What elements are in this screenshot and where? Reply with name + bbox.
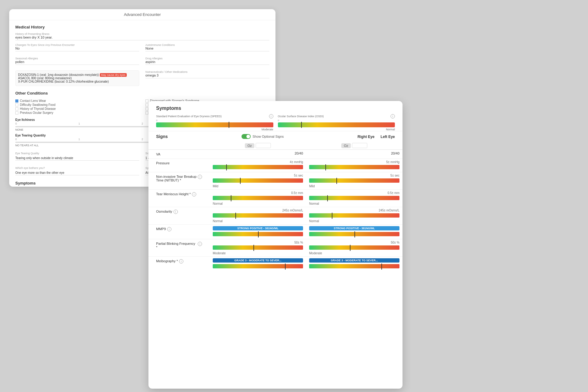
signs-name-header — [148, 142, 210, 150]
medications-label: Nutraceuticals / Other Medications — [145, 70, 269, 73]
tmh-left-value: 0.5± mm — [309, 191, 399, 195]
speed-scale: 0 — [156, 119, 273, 122]
checkbox-dry-mouth — [145, 103, 148, 106]
toggle-label: Show Optional Signs — [253, 135, 284, 138]
signs-title: Signs — [156, 134, 168, 139]
nitbut-right-value: 5± sec — [213, 174, 303, 177]
nitbut-sign-name: Non-invasive Tear Breakup Time (NITBUT) … — [148, 172, 210, 189]
toggle-switch[interactable] — [242, 134, 251, 139]
nitbut-left-status: Mild — [309, 185, 399, 188]
nitbut-left-bar — [309, 178, 399, 183]
pbf-left-bar — [309, 245, 399, 250]
tmh-sign-name: Tear Meniscus Height * i — [148, 189, 210, 207]
symptoms-signs-panel: Symptoms Standard Patient Evaluation of … — [148, 101, 403, 389]
va-left-eye: 20/40 — [306, 150, 403, 159]
osmolarity-left-status: Normal — [309, 219, 399, 223]
tmh-right-eye: 0.5± mm Normal — [210, 189, 306, 207]
os-input[interactable] — [352, 143, 367, 148]
checkbox-ocular-surgery — [15, 111, 18, 114]
osmolarity-right-bar — [213, 213, 303, 218]
signs-header: Signs Show Optional Signs Right Eye Left… — [148, 131, 403, 142]
mmp9-left-badge: STRONG POSITIVE - 381NG/ML — [309, 226, 399, 230]
left-eye-col-label: Left Eye — [380, 135, 395, 139]
osdi-bar — [278, 122, 395, 127]
tmh-info-icon[interactable]: i — [192, 192, 196, 196]
checkbox-sjogrens — [145, 99, 148, 103]
tmh-right-status: Normal — [213, 202, 303, 205]
osdi-marker — [301, 122, 302, 128]
med2-text: ASACOL 800 (oral: 800mg mesalazine) — [18, 77, 72, 80]
toggle-knob — [246, 135, 250, 138]
speed-marker — [229, 122, 229, 128]
meibography-info-icon[interactable]: i — [179, 259, 183, 263]
med1-warning: May cause dry eyes — [100, 73, 127, 77]
tmh-left-eye: 0.5± mm Normal — [306, 189, 403, 207]
medications-box: DOXAZOSIN-1 (oral: 1mg doxazosin (doxazo… — [15, 70, 139, 86]
nitbut-info-icon[interactable]: i — [198, 175, 202, 179]
pressure-left-bar — [309, 165, 399, 170]
medical-history-heading: Medical History — [15, 25, 269, 29]
pressure-right-value: 4± mmHg — [213, 160, 303, 164]
osdi-status: Normal — [278, 128, 395, 131]
nitbut-left-value: 5± sec — [309, 174, 399, 177]
mmp9-right-badge: STRONG POSITIVE - 381NG/ML — [213, 226, 303, 230]
condition-ocular-surgery: Previous Ocular Surgery — [15, 111, 139, 114]
pressure-left-eye: 5± mmHg — [306, 159, 403, 172]
seasonal-label: Seasonal Allergies — [15, 57, 139, 60]
nitbut-right-eye: 5± sec Mild — [210, 172, 306, 189]
checkbox-smoking — [145, 111, 148, 114]
va-left-value: 20/40 — [309, 151, 399, 155]
tearing-quality-label: Eye Tearing Quality — [15, 152, 139, 155]
checkbox-swallowing — [15, 103, 18, 106]
pressure-right-eye: 4± mmHg — [210, 159, 306, 172]
pressure-sign-name: Pressure — [148, 159, 210, 172]
checkbox-thyroid — [15, 107, 18, 110]
meibography-left-eye: GRADE 3 - MODERATE TO SEVER... — [306, 256, 403, 271]
speed-info-icon[interactable]: i — [269, 114, 273, 118]
changes-label: Changes To Eyes Since Any Previous Encou… — [15, 43, 139, 47]
os-button[interactable]: Oz — [341, 143, 350, 148]
osdi-label: Ocular Surface Disease Index (OSDI) — [278, 115, 324, 118]
nitbut-right-status: Mild — [213, 185, 303, 188]
meibography-left-badge: GRADE 3 - MODERATE TO SEVER... — [309, 258, 399, 263]
tearing-quality-select[interactable]: Tearing only when outside in windy clima… — [15, 156, 139, 161]
od-input[interactable] — [256, 143, 271, 148]
pbf-sign-name: Partial Blinking Frequency * i — [148, 239, 210, 256]
changes-value: No — [15, 47, 139, 51]
eye-bother-select[interactable]: One eye more so than the other eye — [15, 170, 139, 175]
osmolarity-left-eye: 245± mOsms/L Normal — [306, 207, 403, 224]
other-conditions-heading: Other Conditions — [15, 91, 269, 95]
show-optional-signs-toggle[interactable]: Show Optional Signs — [242, 134, 284, 139]
mmp9-info-icon[interactable]: i — [167, 227, 171, 231]
speed-status: Moderate — [156, 128, 273, 131]
osmolarity-right-value: 245± mOsms/L — [213, 209, 303, 212]
medications-value: omega 3 — [145, 73, 269, 78]
autoimmune-value: None — [145, 47, 269, 51]
symptoms-title: Symptoms — [156, 106, 395, 114]
nitbut-left-eye: 5± sec Mild — [306, 172, 403, 189]
speed-label: Standard Patient Evaluation of Eye Dryne… — [156, 115, 222, 118]
checkbox-contact-lens — [15, 99, 18, 103]
tmh-right-bar — [213, 196, 303, 201]
pbf-right-value: 50± % — [213, 241, 303, 244]
speed-bar-wrapper — [156, 122, 273, 127]
osmolarity-info-icon[interactable]: i — [174, 210, 178, 214]
osdi-info-icon[interactable]: i — [391, 114, 395, 118]
meibography-right-eye: GRADE 3 - MODERATE TO SEVER... — [210, 256, 306, 271]
pbf-left-value: 50± % — [309, 241, 399, 244]
condition-thyroid: History of Thyroid Disease — [15, 107, 139, 110]
pbf-left-eye: 50± % Moderate — [306, 239, 403, 256]
va-right-eye: 20/40 — [210, 150, 306, 159]
mmp9-sign-name: MMP9 i — [148, 224, 210, 239]
checkbox-post-menopausal — [145, 107, 148, 110]
pbf-info-icon[interactable]: i — [198, 242, 202, 246]
osmolarity-right-eye: 245± mOsms/L Normal — [210, 207, 306, 224]
left-eye-header: Oz — [306, 142, 403, 150]
mmp9-right-bar — [213, 232, 303, 237]
right-eye-header: Oz — [210, 142, 306, 150]
tmh-left-status: Normal — [309, 202, 399, 205]
tmh-left-bar — [309, 196, 399, 201]
eye-bother-label: Which eye bothers you? — [15, 166, 139, 170]
od-button[interactable]: Oz — [245, 143, 254, 148]
med3-text: X-PUR CHLORHEXIDINE (buccal: 0.12% chlor… — [18, 80, 109, 83]
